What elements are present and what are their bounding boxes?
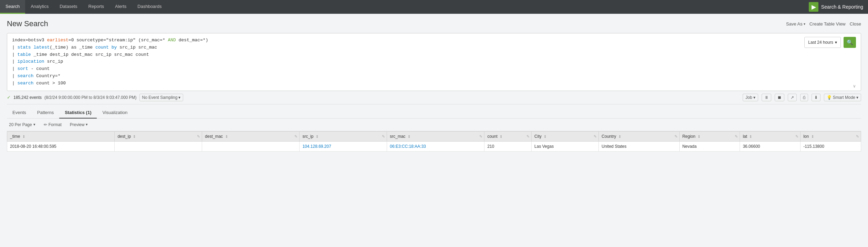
stop-button[interactable]: ⏹ bbox=[775, 94, 784, 101]
status-bar: ✓ 185,242 events (8/2/24 9:00:00.000 PM … bbox=[7, 91, 861, 104]
pause-button[interactable]: ⏸ bbox=[762, 94, 771, 101]
edit-count-icon[interactable]: ✎ bbox=[526, 134, 530, 138]
cell-lat: 36.06600 bbox=[740, 141, 801, 151]
sort-count-icon: ⇕ bbox=[500, 135, 502, 138]
save-as-caret-icon: ▾ bbox=[804, 22, 805, 26]
job-caret-icon: ▾ bbox=[753, 95, 755, 100]
create-table-view-button[interactable]: Create Table View bbox=[809, 21, 846, 27]
cell-City: Las Vegas bbox=[532, 141, 599, 151]
nav-item-analytics[interactable]: Analytics bbox=[25, 0, 54, 14]
job-button[interactable]: Job ▾ bbox=[743, 94, 758, 101]
col-header-time[interactable]: _time ⇕ bbox=[7, 131, 115, 141]
sort-country-icon: ⇕ bbox=[618, 135, 621, 138]
edit-dest-ip-icon[interactable]: ✎ bbox=[197, 134, 200, 138]
search-container: index=botsv3 earliest=0 sourcetype="stre… bbox=[7, 33, 861, 91]
col-header-src-ip[interactable]: src_ip ⇕ ✎ bbox=[300, 131, 387, 141]
close-button[interactable]: Close bbox=[850, 21, 861, 27]
status-right: Job ▾ ⏸ ⏹ ↗ ⎙ ⬇ 💡 Smart Mode ▾ bbox=[743, 94, 861, 101]
cell-Country: United States bbox=[599, 141, 679, 151]
sort-dest-mac-icon: ⇕ bbox=[225, 135, 228, 138]
nav-item-search[interactable]: Search bbox=[0, 0, 25, 14]
download-button[interactable]: ⬇ bbox=[812, 94, 820, 101]
nav-item-alerts[interactable]: Alerts bbox=[109, 0, 132, 14]
print-button[interactable]: ⎙ bbox=[800, 94, 808, 101]
cell-dest_mac bbox=[202, 141, 300, 151]
app-brand: ▶ Search & Reporting bbox=[804, 0, 868, 14]
edit-lat-icon[interactable]: ✎ bbox=[795, 134, 798, 138]
query-line-6: | search Country=* bbox=[12, 73, 801, 80]
col-header-country[interactable]: Country ⇕ ✎ bbox=[599, 131, 679, 141]
sort-lat-icon: ⇕ bbox=[749, 135, 752, 138]
cell-src_ip: 104.128.69.207 bbox=[300, 141, 387, 151]
stop-icon: ⏹ bbox=[777, 95, 782, 100]
query-line-4: | iplocation src_ip bbox=[12, 58, 801, 65]
tabs-bar: Events Patterns Statistics (1) Visualiza… bbox=[7, 104, 861, 119]
results-table-wrapper: _time ⇕ dest_ip ⇕ ✎ dest_mac ⇕ ✎ src_i bbox=[7, 131, 861, 152]
col-header-count[interactable]: count ⇕ ✎ bbox=[484, 131, 532, 141]
col-header-lat[interactable]: lat ⇕ ✎ bbox=[740, 131, 801, 141]
col-header-city[interactable]: City ⇕ ✎ bbox=[532, 131, 599, 141]
page-title: New Search bbox=[7, 19, 48, 28]
top-navigation: Search Analytics Datasets Reports Alerts… bbox=[0, 0, 868, 14]
nav-item-dashboards[interactable]: Dashboards bbox=[132, 0, 167, 14]
share-icon: ↗ bbox=[791, 95, 794, 100]
col-header-region[interactable]: Region ⇕ ✎ bbox=[679, 131, 740, 141]
per-page-caret-icon: ▾ bbox=[33, 122, 35, 127]
nav-item-datasets[interactable]: Datasets bbox=[54, 0, 83, 14]
tab-events[interactable]: Events bbox=[7, 107, 32, 119]
pause-icon: ⏸ bbox=[764, 95, 768, 100]
col-header-src-mac[interactable]: src_mac ⇕ ✎ bbox=[387, 131, 484, 141]
query-line-5: | sort - count bbox=[12, 65, 801, 73]
header-actions: Save As ▾ Create Table View Close bbox=[786, 21, 861, 27]
col-header-dest-mac[interactable]: dest_mac ⇕ ✎ bbox=[202, 131, 300, 141]
col-header-lon[interactable]: lon ⇕ ✎ bbox=[801, 131, 861, 141]
edit-lon-icon[interactable]: ✎ bbox=[856, 134, 859, 138]
edit-dest-mac-icon[interactable]: ✎ bbox=[294, 134, 297, 138]
page-header: New Search Save As ▾ Create Table View C… bbox=[7, 19, 861, 28]
query-line-7: | search count > 100 bbox=[12, 80, 801, 87]
cell-count: 210 bbox=[484, 141, 532, 151]
edit-src-ip-icon[interactable]: ✎ bbox=[382, 134, 385, 138]
share-button[interactable]: ↗ bbox=[788, 94, 797, 101]
sampling-caret-icon: ▾ bbox=[178, 95, 180, 100]
expand-query-icon[interactable]: ∨ bbox=[853, 84, 856, 89]
per-page-selector[interactable]: 20 Per Page ▾ bbox=[7, 121, 38, 128]
sort-src-mac-icon: ⇕ bbox=[408, 135, 410, 138]
edit-country-icon[interactable]: ✎ bbox=[674, 134, 678, 138]
tab-visualization[interactable]: Visualization bbox=[97, 107, 133, 119]
search-query[interactable]: index=botsv3 earliest=0 sourcetype="stre… bbox=[12, 37, 801, 87]
cell-dest_ip bbox=[115, 141, 202, 151]
col-header-dest-ip[interactable]: dest_ip ⇕ ✎ bbox=[115, 131, 202, 141]
smart-mode-button[interactable]: 💡 Smart Mode ▾ bbox=[824, 94, 861, 101]
time-range-text: (8/2/24 9:00:00.000 PM to 8/3/24 9:03:47… bbox=[44, 95, 137, 100]
sort-src-ip-icon: ⇕ bbox=[316, 135, 318, 138]
event-count: 185,242 events bbox=[13, 95, 42, 100]
search-controls: Last 24 hours ▾ 🔍 bbox=[804, 37, 856, 48]
search-button[interactable]: 🔍 bbox=[844, 37, 856, 48]
tab-statistics[interactable]: Statistics (1) bbox=[59, 107, 97, 119]
sort-time-icon: ⇕ bbox=[22, 135, 25, 138]
cell-_time: 2018-08-20 16:48:00.595 bbox=[7, 141, 115, 151]
brand-logo: ▶ bbox=[809, 2, 818, 12]
time-picker-caret-icon: ▾ bbox=[835, 40, 837, 45]
print-icon: ⎙ bbox=[803, 95, 805, 100]
nav-items: Search Analytics Datasets Reports Alerts… bbox=[0, 0, 804, 14]
status-left: ✓ 185,242 events (8/2/24 9:00:00.000 PM … bbox=[7, 94, 183, 101]
edit-src-mac-icon[interactable]: ✎ bbox=[479, 134, 482, 138]
sampling-button[interactable]: No Event Sampling ▾ bbox=[139, 94, 184, 101]
table-header-row: _time ⇕ dest_ip ⇕ ✎ dest_mac ⇕ ✎ src_i bbox=[7, 131, 861, 141]
edit-region-icon[interactable]: ✎ bbox=[735, 134, 738, 138]
preview-button[interactable]: Preview ▾ bbox=[68, 121, 90, 128]
edit-city-icon[interactable]: ✎ bbox=[594, 134, 597, 138]
time-range-picker[interactable]: Last 24 hours ▾ bbox=[804, 37, 841, 48]
main-content: New Search Save As ▾ Create Table View C… bbox=[0, 14, 868, 152]
pencil-icon: ✏ bbox=[44, 122, 47, 127]
tab-patterns[interactable]: Patterns bbox=[32, 107, 59, 119]
format-button[interactable]: ✏ Format bbox=[42, 121, 64, 128]
save-as-button[interactable]: Save As ▾ bbox=[786, 21, 805, 27]
cell-Region: Nevada bbox=[679, 141, 740, 151]
sort-city-icon: ⇕ bbox=[544, 135, 546, 138]
nav-item-reports[interactable]: Reports bbox=[83, 0, 110, 14]
brand-name: Search & Reporting bbox=[821, 4, 863, 10]
query-line-1: index=botsv3 earliest=0 sourcetype="stre… bbox=[12, 37, 801, 44]
